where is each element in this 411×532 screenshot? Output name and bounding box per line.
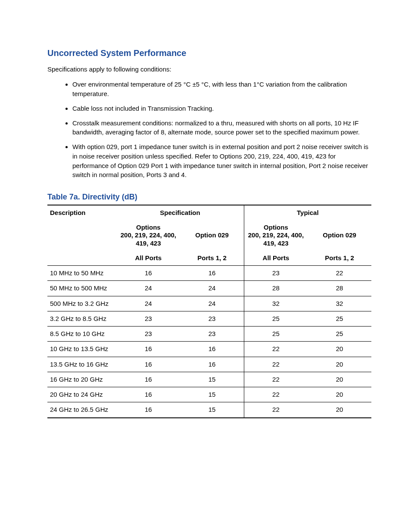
typical-value: 22: [244, 387, 308, 402]
directivity-table: Description Specification Typical Option…: [47, 205, 371, 418]
table-row: 10 MHz to 50 MHz 16 16 23 22: [47, 266, 371, 281]
table-row: 10 GHz to 13.5 GHz 16 16 22 20: [47, 342, 371, 357]
typical-value: 22: [244, 357, 308, 372]
spec-value: 24: [180, 281, 244, 296]
typical-value: 22: [244, 402, 308, 418]
spec-value: 23: [116, 311, 180, 326]
list-item: Over environmental temperature of 25 °C …: [72, 80, 371, 99]
spec-value: 24: [116, 296, 180, 311]
list-item: With option 029, port 1 impedance tuner …: [72, 142, 371, 180]
freq-range: 24 GHz to 26.5 GHz: [47, 402, 116, 418]
freq-range: 13.5 GHz to 16 GHz: [47, 357, 116, 372]
spec-value: 23: [180, 311, 244, 326]
col-subhead-option029: Option 029: [180, 221, 244, 251]
table-row: 50 MHz to 500 MHz 24 24 28 28: [47, 281, 371, 296]
typical-value: 20: [308, 402, 371, 418]
col-subhead-options: Options 200, 219, 224, 400, 419, 423: [116, 221, 180, 251]
spec-value: 16: [116, 372, 180, 387]
section-heading: Uncorrected System Performance: [47, 47, 371, 59]
spec-value: 16: [116, 387, 180, 402]
freq-range: 20 GHz to 24 GHz: [47, 387, 116, 402]
typical-value: 25: [244, 311, 308, 326]
col-header-typical: Typical: [244, 205, 371, 220]
typical-value: 20: [308, 372, 371, 387]
spec-value: 15: [180, 387, 244, 402]
typical-value: 22: [308, 266, 371, 281]
table-row: 3.2 GHz to 8.5 GHz 23 23 25 25: [47, 311, 371, 326]
typical-value: 20: [308, 387, 371, 402]
spec-value: 16: [116, 402, 180, 418]
typical-value: 28: [308, 281, 371, 296]
typical-value: 23: [244, 266, 308, 281]
typical-value: 25: [244, 327, 308, 342]
table-row: 24 GHz to 26.5 GHz 16 15 22 20: [47, 402, 371, 418]
table-row: 20 GHz to 24 GHz 16 15 22 20: [47, 387, 371, 402]
spec-value: 15: [180, 402, 244, 418]
typical-value: 32: [244, 296, 308, 311]
typical-value: 22: [244, 342, 308, 357]
spec-value: 23: [180, 327, 244, 342]
list-item: Crosstalk measurement conditions: normal…: [72, 118, 371, 137]
table-row: 500 MHz to 3.2 GHz 24 24 32 32: [47, 296, 371, 311]
freq-range: 8.5 GHz to 10 GHz: [47, 327, 116, 342]
typical-value: 25: [308, 327, 371, 342]
spec-value: 24: [180, 296, 244, 311]
spec-value: 16: [180, 266, 244, 281]
table-row: 16 GHz to 20 GHz 16 15 22 20: [47, 372, 371, 387]
spec-value: 16: [116, 266, 180, 281]
typical-value: 32: [308, 296, 371, 311]
col-header-specification: Specification: [116, 205, 244, 220]
table-row: 13.5 GHz to 16 GHz 16 16 22 20: [47, 357, 371, 372]
col-header-description: Description: [47, 205, 116, 220]
col-subhead-allports: All Ports: [244, 251, 308, 266]
spec-value: 15: [180, 372, 244, 387]
col-subhead-option029: Option 029: [308, 221, 371, 251]
col-subhead-ports12: Ports 1, 2: [308, 251, 371, 266]
typical-value: 28: [244, 281, 308, 296]
typical-value: 22: [244, 372, 308, 387]
spec-value: 16: [116, 342, 180, 357]
table-body: 10 MHz to 50 MHz 16 16 23 22 50 MHz to 5…: [47, 266, 371, 418]
freq-range: 500 MHz to 3.2 GHz: [47, 296, 116, 311]
typical-value: 20: [308, 357, 371, 372]
table-row: 8.5 GHz to 10 GHz 23 23 25 25: [47, 327, 371, 342]
freq-range: 16 GHz to 20 GHz: [47, 372, 116, 387]
typical-value: 20: [308, 342, 371, 357]
spec-value: 24: [116, 281, 180, 296]
col-subhead-ports12: Ports 1, 2: [180, 251, 244, 266]
freq-range: 10 GHz to 13.5 GHz: [47, 342, 116, 357]
table-caption: Table 7a. Directivity (dB): [47, 192, 371, 202]
col-subhead-options: Options 200, 219, 224, 400, 419, 423: [244, 221, 308, 251]
spec-value: 23: [116, 327, 180, 342]
spec-value: 16: [116, 357, 180, 372]
spec-value: 16: [180, 342, 244, 357]
col-subhead-allports: All Ports: [116, 251, 180, 266]
conditions-list: Over environmental temperature of 25 °C …: [47, 80, 371, 180]
intro-paragraph: Specifications apply to following condit…: [47, 65, 371, 74]
freq-range: 50 MHz to 500 MHz: [47, 281, 116, 296]
spec-value: 16: [180, 357, 244, 372]
typical-value: 25: [308, 311, 371, 326]
freq-range: 10 MHz to 50 MHz: [47, 266, 116, 281]
freq-range: 3.2 GHz to 8.5 GHz: [47, 311, 116, 326]
list-item: Cable loss not included in Transmission …: [72, 104, 371, 113]
